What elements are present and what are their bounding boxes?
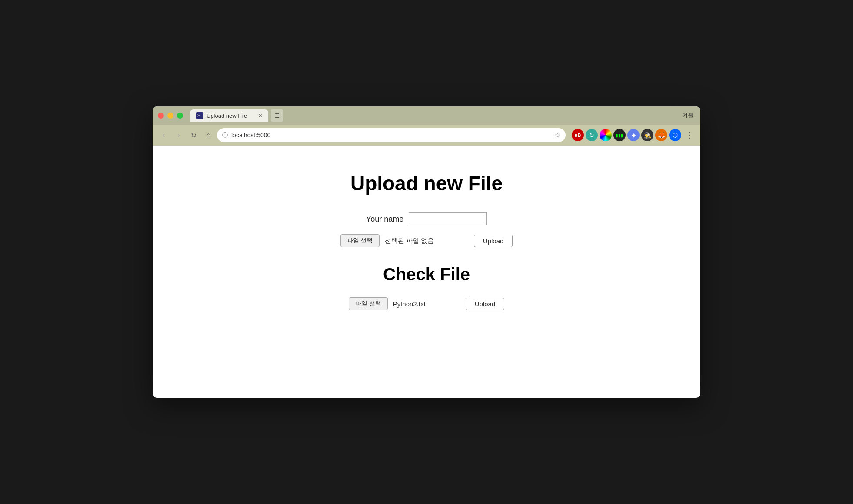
active-tab[interactable]: >_ Upload new File × (190, 109, 268, 122)
bookmark-button[interactable]: ☆ (554, 131, 560, 139)
tab-close-button[interactable]: × (259, 113, 262, 119)
upload-submit-button[interactable]: Upload (474, 235, 513, 247)
upload-file-choose-button[interactable]: 파일 선택 (340, 234, 380, 247)
browser-window: >_ Upload new File × □ 겨울 ‹ › ↻ ⌂ ⓘ ☆ uB… (153, 106, 700, 398)
close-button[interactable] (158, 113, 164, 119)
name-input[interactable] (409, 212, 487, 225)
maximize-button[interactable] (177, 113, 183, 119)
window-title: 겨울 (682, 112, 693, 119)
refresh-ext-icon[interactable]: ↻ (586, 129, 598, 141)
title-bar: >_ Upload new File × □ 겨울 (153, 106, 700, 125)
check-upload-button[interactable]: Upload (466, 298, 505, 310)
your-name-label: Your name (366, 215, 403, 224)
back-button[interactable]: ‹ (158, 129, 170, 141)
address-input[interactable] (231, 132, 551, 139)
minimize-button[interactable] (167, 113, 173, 119)
check-file-choose-button[interactable]: 파일 선택 (349, 297, 388, 310)
upload-no-file-label: 선택된 파일 없음 (385, 237, 434, 245)
home-button[interactable]: ⌂ (202, 129, 214, 141)
ethereum-icon[interactable]: ◆ (627, 129, 640, 141)
tab-title: Upload new File (207, 113, 255, 119)
upload-title: Upload new File (350, 172, 503, 195)
tab-favicon: >_ (196, 112, 203, 119)
new-tab-button[interactable]: □ (271, 109, 283, 122)
new-tab-icon: □ (275, 112, 279, 119)
check-file-name: Python2.txt (393, 300, 426, 308)
name-form-row: Your name (366, 212, 487, 225)
upload-file-row: 파일 선택 선택된 파일 없음 Upload (340, 234, 513, 247)
tab-bar: >_ Upload new File × □ (190, 109, 695, 122)
ublock-icon[interactable]: uB (572, 129, 584, 141)
toolbar-icons: uB ↻ ▮▮▮ ◆ 🕵 🦊 ⬡ ⋮ (572, 129, 695, 141)
forward-button[interactable]: › (173, 129, 185, 141)
info-icon: ⓘ (222, 131, 228, 139)
menu-button[interactable]: ⋮ (683, 129, 695, 141)
check-file-row: 파일 선택 Python2.txt Upload (349, 297, 504, 310)
dropbox-icon[interactable]: ⬡ (669, 129, 681, 141)
page-content: Upload new File Your name 파일 선택 선택된 파일 없… (153, 146, 700, 398)
refresh-button[interactable]: ↻ (187, 129, 200, 141)
audio-icon[interactable]: ▮▮▮ (613, 129, 626, 141)
spy-icon[interactable]: 🕵 (641, 129, 653, 141)
nav-bar: ‹ › ↻ ⌂ ⓘ ☆ uB ↻ ▮▮▮ ◆ 🕵 🦊 ⬡ ⋮ (153, 125, 700, 146)
fox-icon[interactable]: 🦊 (655, 129, 667, 141)
color-wheel-icon[interactable] (600, 129, 612, 141)
address-bar-container: ⓘ ☆ (217, 128, 566, 142)
traffic-lights (158, 113, 183, 119)
check-title: Check File (383, 265, 470, 284)
